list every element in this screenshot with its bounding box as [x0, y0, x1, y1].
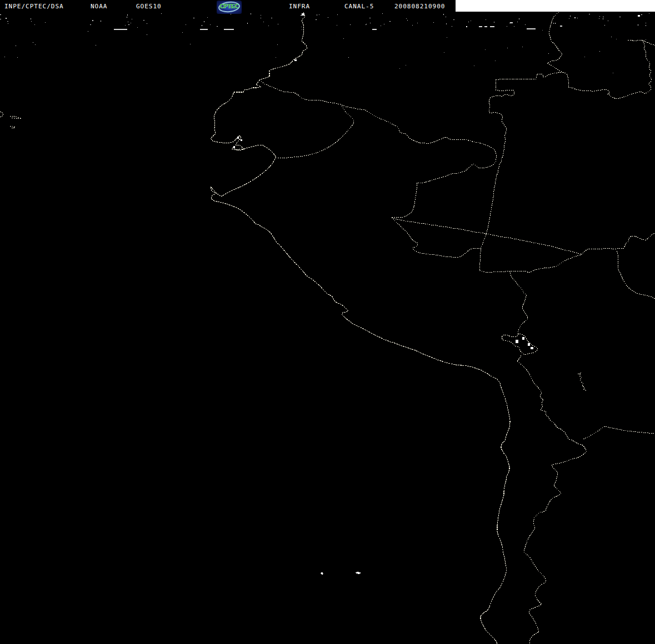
agency-label: INPE/CPTEC/DSA: [4, 3, 64, 9]
satellite-label: GOES10: [136, 3, 162, 9]
border-path-peru-brazil-north: [481, 79, 514, 249]
speck-marks: [321, 572, 361, 575]
noaa-label: NOAA: [91, 3, 108, 9]
border-path-putumayo: [259, 80, 496, 218]
border-path-horizontal-143: [496, 72, 563, 79]
border-path-colombia-brazil: [547, 12, 652, 99]
header-blank-area: [456, 0, 655, 12]
timestamp-label: 200808210900: [394, 3, 445, 9]
border-path-east-branch: [583, 426, 655, 439]
border-path-bolivia-chile: [517, 361, 587, 644]
lake-titicaca: [502, 334, 538, 354]
border-path-amazon-diagonal: [392, 218, 582, 254]
border-path-peru-brazil: [392, 218, 655, 273]
lake-titicaca-outlet: [517, 355, 521, 361]
cptec-logo: CPTEC: [217, 1, 242, 14]
satellite-image-viewer: INPE/CPTEC/DSA NOAA GOES10 INFRA CANAL-5…: [0, 0, 655, 644]
border-path-se-branch: [617, 251, 655, 299]
channel-label: CANAL-5: [344, 3, 374, 9]
cptec-logo-text: CPTEC: [217, 3, 242, 9]
satellite-map: [0, 0, 655, 644]
border-path-topright-stub: [628, 40, 655, 46]
band-label: INFRA: [289, 3, 310, 9]
border-path-ecuador-peru: [277, 104, 354, 158]
river-squiggle: [578, 373, 587, 391]
island-marks: [0, 112, 21, 128]
noise-speckles: [0, 13, 649, 349]
border-path-peru-bolivia: [509, 271, 528, 334]
header-bar: INPE/CPTEC/DSA NOAA GOES10 INFRA CANAL-5…: [0, 0, 655, 12]
coastline-path: [211, 12, 510, 644]
